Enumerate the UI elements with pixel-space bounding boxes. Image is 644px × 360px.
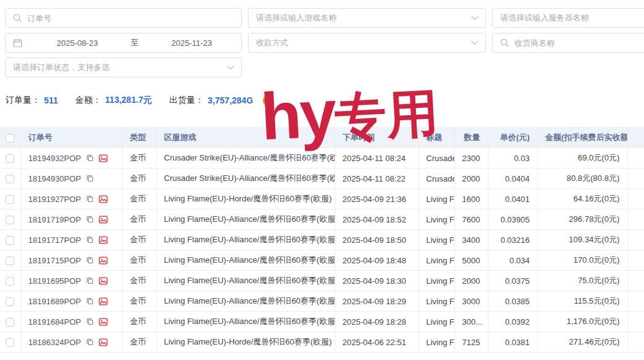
cell-extra xyxy=(627,209,644,230)
row-checkbox[interactable] xyxy=(6,277,14,286)
cell-type: 金币 xyxy=(122,169,156,189)
table-row: 18191927POP金币Living Flame(EU)-Horde/魔兽怀旧… xyxy=(0,189,644,209)
merchant-name-input[interactable] xyxy=(514,33,644,52)
cell-extra xyxy=(627,148,644,169)
image-icon[interactable] xyxy=(99,297,108,306)
row-checkbox[interactable] xyxy=(6,297,14,306)
order-id: 18194932POP xyxy=(29,154,81,163)
cell-checkbox xyxy=(0,250,20,271)
row-checkbox[interactable] xyxy=(6,318,14,327)
copy-icon[interactable] xyxy=(86,215,94,224)
image-icon[interactable] xyxy=(99,317,108,327)
copy-icon[interactable] xyxy=(86,154,94,162)
header-extra xyxy=(627,128,644,148)
image-icon[interactable] xyxy=(99,256,108,265)
row-checkbox[interactable] xyxy=(6,338,14,347)
order-number-search[interactable] xyxy=(5,8,242,28)
image-icon[interactable] xyxy=(99,195,108,204)
cell-type: 金币 xyxy=(122,312,156,332)
cell-region-game: Living Flame(EU)-Alliance/魔兽怀旧60赛季(欧服) xyxy=(156,209,335,230)
row-checkbox[interactable] xyxy=(6,175,14,183)
order-id: 18191717POP xyxy=(29,235,81,245)
server-name-select[interactable]: 请选择或输入服务器名称 xyxy=(492,8,644,28)
cell-title: Living Flame xyxy=(418,332,454,353)
order-id: 18191719POP xyxy=(29,215,81,224)
image-icon[interactable] xyxy=(99,215,108,224)
order-id: 18191715POP xyxy=(29,256,81,265)
cell-order-time: 2025-04-09 18:29 xyxy=(335,291,418,312)
cell-order-time: 2025-04-06 22:51 xyxy=(335,332,418,353)
copy-icon[interactable] xyxy=(86,317,94,326)
order-count-label: 订单量： xyxy=(6,95,40,106)
cell-extra xyxy=(627,291,644,312)
server-name-placeholder: 请选择或输入服务器名称 xyxy=(500,12,644,24)
cell-unit-price: 0.0401 xyxy=(488,189,537,209)
cell-amount: 75.0元(0元) xyxy=(537,271,627,291)
cell-unit-price: 0.0381 xyxy=(488,332,537,353)
cell-extra xyxy=(627,271,644,291)
copy-icon[interactable] xyxy=(86,297,94,305)
cell-type: 金币 xyxy=(122,332,156,353)
row-checkbox[interactable] xyxy=(6,154,14,163)
image-icon[interactable] xyxy=(99,154,108,163)
cell-quantity: 3000 xyxy=(454,291,488,312)
cell-order-time: 2025-04-09 18:28 xyxy=(335,312,418,332)
cell-order-id: 18191689POP xyxy=(20,291,122,312)
cell-order-id: 18194930POP xyxy=(20,169,122,189)
cell-title: Living Flame xyxy=(418,250,454,271)
row-checkbox[interactable] xyxy=(6,236,14,245)
copy-icon[interactable] xyxy=(86,174,94,183)
game-name-select[interactable]: 请选择或输入游戏名称 xyxy=(248,8,486,28)
help-icon[interactable]: ? xyxy=(263,95,273,106)
cell-type: 金币 xyxy=(122,209,156,230)
table-row: 18194932POP金币Crusader Strike(EU)-Allianc… xyxy=(0,148,644,169)
order-status-select[interactable]: 请选择订单状态，支持多选 xyxy=(5,58,242,77)
cell-type: 金币 xyxy=(122,250,156,271)
row-checkbox[interactable] xyxy=(6,216,14,224)
start-date[interactable]: 2025-08-23 xyxy=(28,38,127,48)
cell-amount: 69.0元(0元) xyxy=(537,148,627,169)
cell-unit-price: 0.0385 xyxy=(488,291,537,312)
cell-region-game: Living Flame(EU)-Horde/魔兽怀旧60赛季(欧服) xyxy=(156,189,335,209)
copy-icon[interactable] xyxy=(86,235,94,244)
cell-order-time: 2025-04-11 08:24 xyxy=(335,148,418,169)
order-count-value: 511 xyxy=(44,95,58,105)
image-icon[interactable] xyxy=(99,235,108,245)
order-status-placeholder: 请选择订单状态，支持多选 xyxy=(13,62,227,73)
row-checkbox[interactable] xyxy=(6,257,14,265)
chevron-down-icon xyxy=(227,65,234,70)
order-number-input[interactable] xyxy=(27,9,241,27)
header-order-time: 下单时间 xyxy=(335,128,418,148)
date-range-picker[interactable]: 2025-08-23 至 2025-11-23 xyxy=(5,33,242,53)
image-icon[interactable] xyxy=(99,276,108,286)
end-date[interactable]: 2025-11-23 xyxy=(143,38,242,48)
cell-order-id: 18191715POP xyxy=(20,250,122,271)
shipment-value: 3,757,284G xyxy=(208,95,253,105)
image-icon[interactable] xyxy=(99,338,108,347)
cell-checkbox xyxy=(0,189,20,209)
row-checkbox[interactable] xyxy=(6,195,14,204)
cell-region-game: Living Flame(EU)-Alliance/魔兽怀旧60赛季(欧服) xyxy=(156,312,335,332)
order-id: 18186324POP xyxy=(29,338,81,347)
cell-region-game: Living Flame(EU)-Alliance/魔兽怀旧60赛季(欧服) xyxy=(156,250,335,271)
payment-method-select[interactable]: 收款方式 xyxy=(248,33,486,53)
select-all-checkbox[interactable] xyxy=(6,134,14,143)
cell-checkbox xyxy=(0,209,20,230)
cell-unit-price: 0.034 xyxy=(488,250,537,271)
cell-order-id: 18191695POP xyxy=(20,271,122,291)
cell-order-time: 2025-04-09 21:36 xyxy=(335,189,418,209)
header-title: 标题 xyxy=(418,128,454,148)
cell-amount: 170.0元(0元) xyxy=(537,250,627,271)
date-range-separator: 至 xyxy=(127,37,143,48)
cell-quantity: 2000 xyxy=(454,169,488,189)
copy-icon[interactable] xyxy=(86,338,94,346)
copy-icon[interactable] xyxy=(86,276,94,285)
table-header-row: 订单号 类型 区服游戏 下单时间 标题 数量 单价(元) 金额(扣手续费后实收额… xyxy=(0,128,644,148)
game-name-placeholder: 请选择或输入游戏名称 xyxy=(256,12,471,24)
cell-order-time: 2025-04-09 18:30 xyxy=(335,271,418,291)
cell-amount: 271.46元(0元) xyxy=(537,332,627,353)
merchant-name-search[interactable] xyxy=(492,33,644,53)
copy-icon[interactable] xyxy=(86,256,94,265)
copy-icon[interactable] xyxy=(86,195,94,203)
cell-region-game: Living Flame(EU)-Alliance/魔兽怀旧60赛季(欧服) xyxy=(156,291,335,312)
